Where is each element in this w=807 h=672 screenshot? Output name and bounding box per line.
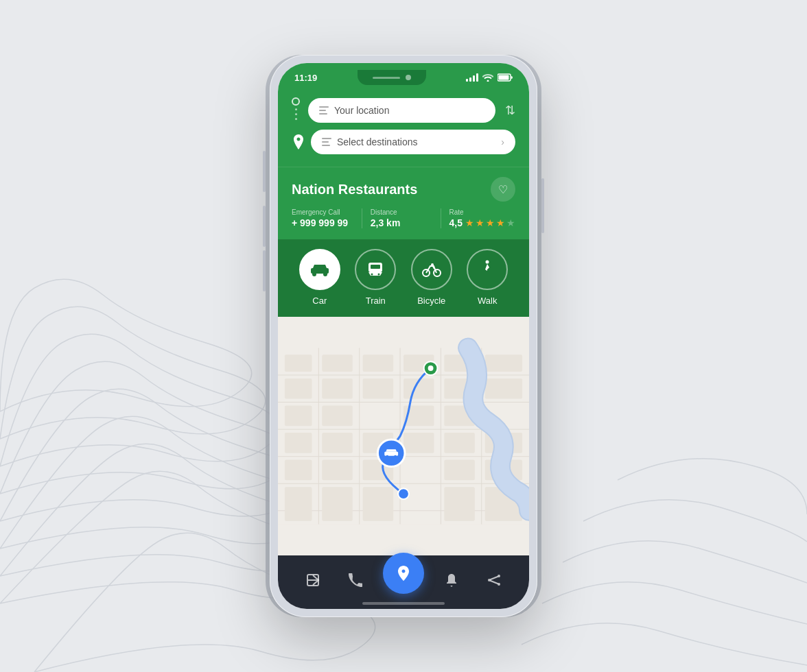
location-indicator — [292, 97, 300, 123]
train-label: Train — [366, 296, 386, 306]
svg-rect-55 — [363, 487, 394, 520]
battery-icon — [498, 73, 513, 82]
svg-point-8 — [371, 274, 373, 276]
map-area[interactable] — [278, 317, 529, 555]
nav-location-center[interactable] — [383, 553, 424, 594]
walk-label: Walk — [478, 296, 497, 306]
notch-bar — [373, 77, 400, 79]
transport-car[interactable]: Car — [299, 249, 340, 306]
svg-point-64 — [398, 488, 409, 499]
train-circle — [355, 249, 396, 290]
dest-arrow-icon: › — [501, 136, 504, 147]
svg-rect-31 — [485, 355, 522, 372]
home-indicator — [362, 602, 445, 605]
star-4: ★ — [496, 217, 505, 228]
transport-walk[interactable]: Walk — [467, 249, 508, 306]
location-input[interactable]: Your location — [308, 98, 495, 123]
phone-shell: 11:19 — [270, 55, 537, 617]
svg-point-13 — [486, 261, 489, 264]
transport-train[interactable]: Train — [355, 249, 396, 306]
svg-point-9 — [378, 274, 380, 276]
svg-rect-32 — [285, 379, 312, 399]
svg-rect-48 — [285, 460, 312, 481]
svg-point-63 — [394, 455, 397, 458]
train-icon — [366, 261, 385, 278]
vertical-dots — [295, 106, 297, 123]
svg-rect-26 — [285, 355, 312, 372]
svg-rect-38 — [285, 405, 312, 426]
place-info-card: Nation Restaurants ♡ Emergency Call + 99… — [278, 167, 529, 239]
svg-rect-7 — [371, 265, 380, 269]
svg-point-4 — [312, 272, 316, 276]
favorite-button[interactable]: ♡ — [491, 177, 515, 202]
info-card-header: Nation Restaurants ♡ — [292, 177, 515, 202]
distance-label: Distance — [371, 208, 432, 216]
rate-value: 4,5 — [449, 217, 463, 228]
place-name: Nation Restaurants — [292, 182, 417, 197]
menu-icon — [319, 106, 329, 115]
dest-menu-icon — [322, 138, 331, 146]
svg-point-62 — [386, 455, 388, 458]
nav-notifications[interactable] — [436, 565, 467, 595]
destination-input[interactable]: Select destinations › — [311, 130, 515, 154]
star-5: ★ — [506, 217, 515, 228]
svg-point-11 — [434, 269, 441, 276]
transport-bar: Car Train — [278, 239, 529, 317]
destination-text: Select destinations — [337, 136, 495, 147]
app-header: Your location ⇅ Select destinations › — [278, 89, 529, 167]
svg-rect-2 — [499, 75, 509, 80]
rate-label: Rate — [449, 208, 515, 216]
svg-rect-34 — [363, 379, 394, 399]
emergency-value: + 999 999 99 — [292, 217, 353, 228]
svg-rect-56 — [444, 487, 475, 520]
swap-icon[interactable]: ⇅ — [505, 103, 515, 118]
svg-rect-39 — [322, 405, 353, 426]
destination-row: Select destinations › — [292, 130, 515, 154]
svg-rect-53 — [285, 487, 312, 520]
car-label: Car — [312, 296, 327, 306]
phone-screen: 11:19 — [278, 63, 529, 609]
share-icon — [487, 573, 502, 588]
distance-stat: Distance 2,3 km — [371, 208, 441, 228]
info-stats: Emergency Call + 999 999 99 Distance 2,3… — [292, 208, 515, 228]
bottom-nav — [278, 555, 529, 609]
transport-bicycle[interactable]: Bicycle — [411, 249, 452, 306]
svg-rect-45 — [404, 433, 434, 453]
svg-rect-42 — [285, 433, 312, 453]
svg-line-70 — [491, 581, 498, 584]
svg-line-69 — [491, 577, 498, 579]
wifi-icon — [482, 73, 493, 82]
nav-phone[interactable] — [340, 565, 371, 595]
svg-rect-46 — [444, 433, 475, 453]
svg-rect-28 — [363, 355, 394, 372]
notch — [358, 70, 426, 85]
svg-rect-49 — [322, 460, 353, 481]
svg-point-59 — [428, 365, 434, 371]
rate-stat: Rate 4,5 ★ ★ ★ ★ ★ — [449, 208, 515, 228]
bicycle-label: Bicycle — [417, 296, 445, 306]
nav-share[interactable] — [479, 565, 509, 595]
star-2: ★ — [476, 217, 484, 228]
walk-icon — [480, 260, 495, 279]
star-rating: ★ ★ ★ ★ ★ — [465, 217, 515, 228]
car-icon — [309, 263, 330, 276]
emergency-label: Emergency Call — [292, 208, 353, 216]
pin-icon — [292, 135, 305, 149]
bicycle-circle — [411, 249, 452, 290]
svg-rect-33 — [322, 379, 353, 399]
car-circle — [299, 249, 340, 290]
svg-rect-27 — [322, 355, 353, 372]
distance-value: 2,3 km — [371, 217, 432, 228]
walk-circle — [467, 249, 508, 290]
bell-icon — [444, 573, 459, 588]
svg-point-5 — [323, 272, 327, 276]
status-bar: 11:19 — [278, 63, 529, 89]
location-row: Your location ⇅ — [292, 97, 515, 123]
svg-rect-54 — [322, 487, 353, 520]
location-text: Your location — [334, 105, 484, 116]
location-dot — [292, 97, 300, 106]
location-center-icon — [395, 564, 412, 582]
nav-directions[interactable] — [298, 565, 328, 595]
directions-icon — [305, 573, 320, 588]
star-3: ★ — [486, 217, 495, 228]
